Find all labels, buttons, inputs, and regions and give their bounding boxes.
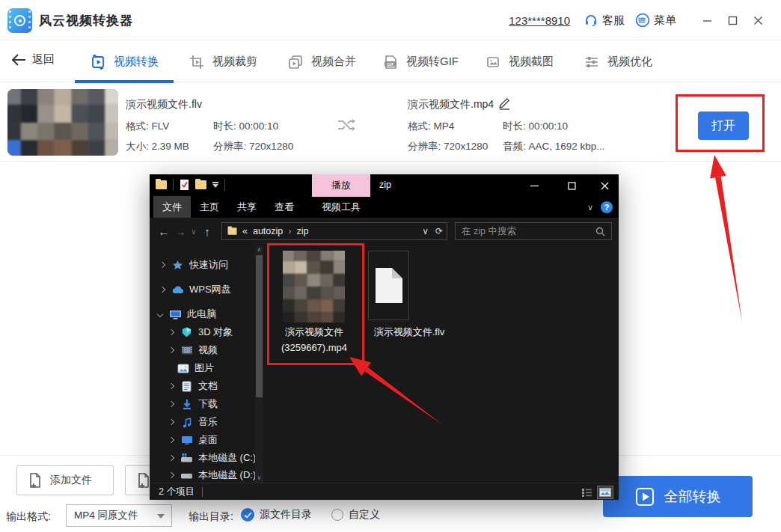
sidebar-scrollbar[interactable]: ∧ ∨ <box>255 245 263 483</box>
back-button[interactable]: 返回 <box>11 52 55 67</box>
video-convert-icon <box>90 54 106 70</box>
tab-video-optimize[interactable]: 视频优化 <box>569 41 667 82</box>
tab-label: 视频裁剪 <box>212 55 257 69</box>
scrollbar-thumb[interactable] <box>256 255 263 397</box>
sidebar-label: 快速访问 <box>189 258 228 272</box>
video-crop-icon <box>189 54 205 70</box>
ribbon-expand-icon[interactable]: ∨ <box>587 203 593 213</box>
sidebar-item-pictures[interactable]: 图片 <box>169 360 214 376</box>
add-file-button[interactable]: 添加文件 <box>16 465 114 495</box>
refresh-icon[interactable]: ⟳ <box>435 226 443 236</box>
sidebar-item-documents[interactable]: 文档 <box>169 378 218 394</box>
address-dropdown-icon[interactable]: ∨ <box>422 226 429 236</box>
search-icon <box>595 227 605 236</box>
close-button[interactable] <box>748 10 768 30</box>
details-view-button[interactable] <box>578 486 595 499</box>
sidebar-item-3d-objects[interactable]: 3D 对象 <box>169 324 233 340</box>
explorer-titlebar: 播放 zip <box>150 174 619 197</box>
open-button[interactable]: 打开 <box>698 111 749 140</box>
radio-unchecked-icon <box>331 509 343 521</box>
account-link[interactable]: 123****8910 <box>509 14 570 27</box>
qat-dropdown-icon[interactable] <box>212 182 218 187</box>
radio-checked-icon <box>241 508 254 522</box>
sidebar-item-wps-cloud[interactable]: WPS网盘 <box>160 281 231 298</box>
search-placeholder: 在 zip 中搜索 <box>462 225 595 238</box>
nav-history-icon[interactable]: ∨ <box>189 227 199 236</box>
sidebar-item-disk-d[interactable]: 本地磁盘 (D:) <box>169 467 256 483</box>
convert-all-button[interactable]: 全部转换 <box>603 476 753 517</box>
maximize-button[interactable] <box>723 10 742 30</box>
radio-custom-dir[interactable]: 自定义 <box>331 508 380 522</box>
item-count: 2 个项目 <box>159 486 195 498</box>
app-logo-icon <box>7 8 32 33</box>
source-format: 格式: FLV <box>126 120 169 133</box>
file-flv-tile[interactable] <box>368 251 409 320</box>
customer-service-button[interactable]: 客服 <box>584 13 625 28</box>
app-title: 风云视频转换器 <box>39 12 133 29</box>
help-icon[interactable]: ? <box>601 201 613 213</box>
tab-video-screenshot[interactable]: 视频截图 <box>470 41 569 82</box>
tab-label: 视频截图 <box>509 55 554 69</box>
menu-share[interactable]: 共享 <box>228 196 266 218</box>
sidebar-label: WPS网盘 <box>189 283 231 296</box>
explorer-minimize-button[interactable] <box>521 174 547 197</box>
tab-video-convert[interactable]: 视频转换 <box>75 41 174 82</box>
headset-icon <box>584 13 598 28</box>
address-input[interactable]: « autozip › zip ∨ ⟳ <box>221 222 447 240</box>
convert-shuffle-icon <box>337 117 356 133</box>
explorer-maximize-button[interactable] <box>559 174 584 197</box>
folder-icon[interactable] <box>156 180 167 189</box>
conversion-task-row: 演示视频文件.flv 格式: FLV 时长: 00:00:10 大小: 2.39… <box>0 83 781 162</box>
explorer-window-title: zip <box>379 180 391 190</box>
output-format-select[interactable]: MP4 同原文件 <box>66 504 172 527</box>
explorer-addressbar: ← → ∨ ↑ « autozip › zip ∨ ⟳ 在 zip 中搜索 <box>150 218 619 245</box>
sidebar-item-desktop[interactable]: 桌面 <box>169 432 218 448</box>
sidebar-item-this-pc[interactable]: 此电脑 <box>158 306 216 322</box>
menu-video-tools[interactable]: 视频工具 <box>312 196 370 218</box>
nav-back-icon[interactable]: ← <box>156 225 172 238</box>
radio-label: 源文件目录 <box>260 508 312 522</box>
tab-video-to-gif[interactable]: GIF 视频转GIF <box>371 41 470 82</box>
video-optimize-icon <box>584 54 600 70</box>
sidebar-item-music[interactable]: 音乐 <box>169 414 218 430</box>
menu-home[interactable]: 主页 <box>191 196 228 218</box>
file-name-line2[interactable]: (3259667).mp4 <box>269 342 359 353</box>
customer-service-label: 客服 <box>602 13 625 28</box>
videos-icon <box>180 344 193 356</box>
back-arrow-icon <box>11 54 26 66</box>
tab-video-merge[interactable]: 视频合并 <box>272 41 371 82</box>
file-name-line1[interactable]: 演示视频文件 <box>269 325 359 339</box>
desktop-icon <box>180 434 193 446</box>
menu-file[interactable]: 文件 <box>153 196 191 218</box>
video-screenshot-icon <box>485 54 501 70</box>
sidebar-item-disk-c[interactable]: 本地磁盘 (C:) <box>169 450 256 466</box>
sidebar-item-videos[interactable]: 视频 <box>169 342 218 358</box>
gif-badge-text: GIF <box>387 61 394 66</box>
search-input[interactable]: 在 zip 中搜索 <box>455 222 612 240</box>
checked-page-icon[interactable] <box>180 179 189 191</box>
minimize-button[interactable] <box>697 10 717 30</box>
edit-filename-icon[interactable] <box>498 97 511 110</box>
path-crumb[interactable]: autozip <box>253 226 283 236</box>
sidebar-label: 图片 <box>195 361 214 375</box>
sidebar-label: 本地磁盘 (C:) <box>198 451 256 465</box>
nav-up-icon[interactable]: ↑ <box>199 225 215 238</box>
file-video-thumbnail[interactable] <box>283 251 345 322</box>
sidebar-label: 下载 <box>198 397 218 411</box>
file-name[interactable]: 演示视频文件.flv <box>364 325 454 339</box>
tab-video-crop[interactable]: 视频裁剪 <box>174 41 272 82</box>
nav-forward-icon[interactable]: → <box>172 225 189 238</box>
app-titlebar: 风云视频转换器 123****8910 客服 菜单 <box>0 0 781 40</box>
path-collapsed[interactable]: « <box>242 226 248 236</box>
menu-view[interactable]: 查看 <box>266 196 303 218</box>
menu-button[interactable]: 菜单 <box>635 13 676 28</box>
play-context-tab[interactable]: 播放 <box>312 174 370 197</box>
thumbnail-view-button[interactable] <box>597 486 613 499</box>
sidebar-item-quick-access[interactable]: 快速访问 <box>160 257 228 273</box>
folder-icon[interactable] <box>195 180 206 189</box>
path-crumb[interactable]: zip <box>296 226 308 236</box>
explorer-close-button[interactable] <box>592 174 617 197</box>
dropdown-arrow-icon <box>157 514 165 519</box>
sidebar-item-downloads[interactable]: 下载 <box>169 396 218 412</box>
radio-source-dir[interactable]: 源文件目录 <box>241 508 312 522</box>
